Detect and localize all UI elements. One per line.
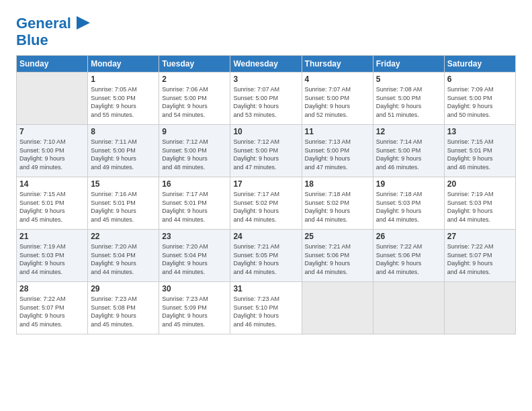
day-number: 15	[91, 179, 156, 189]
day-info: Sunrise: 7:21 AMSunset: 5:05 PMDaylight:…	[233, 242, 298, 276]
day-info: Sunrise: 7:11 AMSunset: 5:00 PMDaylight:…	[91, 138, 156, 171]
col-header-tuesday: Tuesday	[159, 56, 230, 73]
day-info: Sunrise: 7:16 AMSunset: 5:01 PMDaylight:…	[91, 190, 156, 224]
day-cell: 27Sunrise: 7:22 AMSunset: 5:07 PMDayligh…	[444, 230, 515, 282]
logo-icon	[73, 13, 91, 32]
day-info: Sunrise: 7:23 AMSunset: 5:09 PMDaylight:…	[162, 295, 227, 328]
day-info: Sunrise: 7:23 AMSunset: 5:10 PMDaylight:…	[233, 295, 298, 328]
day-number: 11	[305, 127, 370, 136]
day-number: 27	[447, 232, 513, 241]
day-cell: 14Sunrise: 7:15 AMSunset: 5:01 PMDayligh…	[17, 177, 88, 230]
calendar-table: SundayMondayTuesdayWednesdayThursdayFrid…	[16, 55, 516, 334]
day-number: 1	[91, 75, 156, 84]
day-info: Sunrise: 7:13 AMSunset: 5:00 PMDaylight:…	[305, 138, 370, 171]
day-info: Sunrise: 7:17 AMSunset: 5:01 PMDaylight:…	[162, 190, 227, 224]
day-info: Sunrise: 7:05 AMSunset: 5:00 PMDaylight:…	[91, 85, 156, 119]
day-number: 23	[162, 232, 227, 241]
logo-general: General	[16, 15, 71, 32]
day-info: Sunrise: 7:22 AMSunset: 5:07 PMDaylight:…	[19, 295, 85, 328]
day-cell: 21Sunrise: 7:19 AMSunset: 5:03 PMDayligh…	[17, 230, 88, 282]
day-number: 24	[233, 232, 298, 241]
day-cell: 20Sunrise: 7:19 AMSunset: 5:03 PMDayligh…	[444, 177, 515, 230]
day-number: 21	[19, 232, 85, 241]
week-row-5: 28Sunrise: 7:22 AMSunset: 5:07 PMDayligh…	[17, 282, 516, 334]
day-number: 17	[233, 179, 298, 189]
day-info: Sunrise: 7:08 AMSunset: 5:00 PMDaylight:…	[376, 85, 441, 119]
day-cell	[444, 282, 515, 334]
day-cell: 22Sunrise: 7:20 AMSunset: 5:04 PMDayligh…	[88, 230, 159, 282]
day-info: Sunrise: 7:19 AMSunset: 5:03 PMDaylight:…	[19, 242, 85, 276]
day-cell: 10Sunrise: 7:12 AMSunset: 5:00 PMDayligh…	[230, 125, 302, 177]
col-header-friday: Friday	[373, 56, 444, 73]
day-number: 8	[91, 127, 156, 136]
day-cell: 25Sunrise: 7:21 AMSunset: 5:06 PMDayligh…	[302, 230, 373, 282]
day-number: 31	[233, 284, 298, 293]
day-number: 18	[305, 179, 370, 189]
logo: General Blue	[16, 15, 91, 48]
day-number: 14	[19, 179, 85, 189]
day-cell	[373, 282, 444, 334]
day-info: Sunrise: 7:22 AMSunset: 5:06 PMDaylight:…	[376, 242, 441, 276]
day-cell: 2Sunrise: 7:06 AMSunset: 5:00 PMDaylight…	[159, 73, 230, 125]
logo-blue: Blue	[16, 32, 48, 48]
day-cell: 7Sunrise: 7:10 AMSunset: 5:00 PMDaylight…	[17, 125, 88, 177]
day-cell: 8Sunrise: 7:11 AMSunset: 5:00 PMDaylight…	[88, 125, 159, 177]
day-cell: 30Sunrise: 7:23 AMSunset: 5:09 PMDayligh…	[159, 282, 230, 334]
day-info: Sunrise: 7:15 AMSunset: 5:01 PMDaylight:…	[19, 190, 85, 224]
day-cell: 12Sunrise: 7:14 AMSunset: 5:00 PMDayligh…	[373, 125, 444, 177]
header-row: SundayMondayTuesdayWednesdayThursdayFrid…	[17, 56, 516, 73]
day-number: 10	[233, 127, 298, 136]
day-cell: 4Sunrise: 7:07 AMSunset: 5:00 PMDaylight…	[302, 73, 373, 125]
day-info: Sunrise: 7:14 AMSunset: 5:00 PMDaylight:…	[376, 138, 441, 171]
day-info: Sunrise: 7:10 AMSunset: 5:00 PMDaylight:…	[19, 138, 85, 171]
day-number: 12	[376, 127, 441, 136]
day-number: 7	[19, 127, 85, 136]
day-cell: 17Sunrise: 7:17 AMSunset: 5:02 PMDayligh…	[230, 177, 302, 230]
day-cell: 23Sunrise: 7:20 AMSunset: 5:04 PMDayligh…	[159, 230, 230, 282]
page: General Blue SundayMondayTuesdayWednesda…	[0, 0, 532, 344]
day-info: Sunrise: 7:07 AMSunset: 5:00 PMDaylight:…	[305, 85, 370, 119]
day-number: 29	[91, 284, 156, 293]
day-cell: 11Sunrise: 7:13 AMSunset: 5:00 PMDayligh…	[302, 125, 373, 177]
day-number: 30	[162, 284, 227, 293]
day-cell: 3Sunrise: 7:07 AMSunset: 5:00 PMDaylight…	[230, 73, 302, 125]
logo-text: General	[16, 15, 71, 32]
day-number: 26	[376, 232, 441, 241]
week-row-4: 21Sunrise: 7:19 AMSunset: 5:03 PMDayligh…	[17, 230, 516, 282]
day-info: Sunrise: 7:15 AMSunset: 5:01 PMDaylight:…	[447, 138, 513, 171]
day-cell	[302, 282, 373, 334]
col-header-wednesday: Wednesday	[230, 56, 302, 73]
day-info: Sunrise: 7:21 AMSunset: 5:06 PMDaylight:…	[305, 242, 370, 276]
day-cell: 5Sunrise: 7:08 AMSunset: 5:00 PMDaylight…	[373, 73, 444, 125]
day-info: Sunrise: 7:12 AMSunset: 5:00 PMDaylight:…	[233, 138, 298, 171]
week-row-2: 7Sunrise: 7:10 AMSunset: 5:00 PMDaylight…	[17, 125, 516, 177]
col-header-thursday: Thursday	[302, 56, 373, 73]
day-cell: 15Sunrise: 7:16 AMSunset: 5:01 PMDayligh…	[88, 177, 159, 230]
day-number: 16	[162, 179, 227, 189]
day-cell: 19Sunrise: 7:18 AMSunset: 5:03 PMDayligh…	[373, 177, 444, 230]
day-number: 2	[162, 75, 227, 84]
day-number: 9	[162, 127, 227, 136]
day-info: Sunrise: 7:07 AMSunset: 5:00 PMDaylight:…	[233, 85, 298, 119]
day-number: 6	[447, 75, 513, 84]
day-cell: 24Sunrise: 7:21 AMSunset: 5:05 PMDayligh…	[230, 230, 302, 282]
svg-marker-0	[77, 16, 90, 30]
day-cell: 13Sunrise: 7:15 AMSunset: 5:01 PMDayligh…	[444, 125, 515, 177]
day-info: Sunrise: 7:18 AMSunset: 5:03 PMDaylight:…	[376, 190, 441, 224]
day-info: Sunrise: 7:20 AMSunset: 5:04 PMDaylight:…	[91, 242, 156, 276]
day-number: 13	[447, 127, 513, 136]
day-cell: 16Sunrise: 7:17 AMSunset: 5:01 PMDayligh…	[159, 177, 230, 230]
week-row-3: 14Sunrise: 7:15 AMSunset: 5:01 PMDayligh…	[17, 177, 516, 230]
day-info: Sunrise: 7:12 AMSunset: 5:00 PMDaylight:…	[162, 138, 227, 171]
day-cell	[17, 73, 88, 125]
day-info: Sunrise: 7:22 AMSunset: 5:07 PMDaylight:…	[447, 242, 513, 276]
day-info: Sunrise: 7:18 AMSunset: 5:02 PMDaylight:…	[305, 190, 370, 224]
week-row-1: 1Sunrise: 7:05 AMSunset: 5:00 PMDaylight…	[17, 73, 516, 125]
day-cell: 9Sunrise: 7:12 AMSunset: 5:00 PMDaylight…	[159, 125, 230, 177]
day-cell: 31Sunrise: 7:23 AMSunset: 5:10 PMDayligh…	[230, 282, 302, 334]
col-header-saturday: Saturday	[444, 56, 515, 73]
col-header-sunday: Sunday	[17, 56, 88, 73]
day-number: 28	[19, 284, 85, 293]
day-cell: 1Sunrise: 7:05 AMSunset: 5:00 PMDaylight…	[88, 73, 159, 125]
day-info: Sunrise: 7:17 AMSunset: 5:02 PMDaylight:…	[233, 190, 298, 224]
